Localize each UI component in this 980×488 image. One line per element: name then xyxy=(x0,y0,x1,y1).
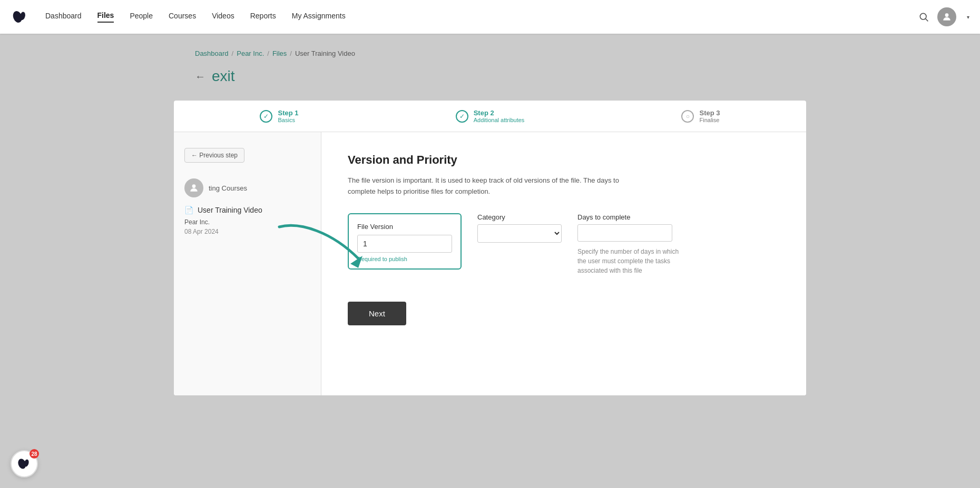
days-to-complete-label: Days to complete xyxy=(577,213,683,221)
step-2-text: Step 2 Additional attributes xyxy=(474,109,525,123)
breadcrumb-sep-2: / xyxy=(267,49,269,57)
breadcrumb-files[interactable]: Files xyxy=(272,49,287,57)
svg-point-5 xyxy=(192,184,196,188)
app-logo[interactable] xyxy=(11,7,30,26)
breadcrumb-sep-1: / xyxy=(232,49,234,57)
file-document-icon: 📄 xyxy=(184,206,193,214)
step-3-text: Step 3 Finalise xyxy=(699,109,720,123)
step-1: ✓ Step 1 Basics xyxy=(174,109,385,123)
nav-videos[interactable]: Videos xyxy=(212,12,234,22)
exit-header: ← exit xyxy=(174,68,806,85)
step-1-text: Step 1 Basics xyxy=(278,109,298,123)
badge-count: 28 xyxy=(30,449,39,459)
svg-point-4 xyxy=(945,13,949,17)
breadcrumb-dashboard[interactable]: Dashboard xyxy=(195,49,229,57)
nav-my-assignments[interactable]: My Assignments xyxy=(292,12,346,22)
nav-courses[interactable]: Courses xyxy=(169,12,196,22)
sidebar-filename: User Training Video xyxy=(198,206,262,214)
step-3-label: Step 3 xyxy=(699,109,720,117)
category-field: Category Option 1 Option 2 xyxy=(477,213,562,243)
navbar: Dashboard Files People Courses Videos Re… xyxy=(0,0,980,34)
step-1-sublabel: Basics xyxy=(278,117,298,123)
breadcrumb-current: User Training Video xyxy=(295,49,355,57)
sidebar-avatar xyxy=(184,178,203,197)
sidebar-user: ting Courses xyxy=(184,178,310,197)
days-to-complete-hint: Specify the number of days in which the … xyxy=(577,247,683,275)
sidebar-org: Pear Inc. xyxy=(184,218,310,226)
content-area: ← Previous step ting Courses 📄 User Trai… xyxy=(174,132,806,395)
category-select[interactable]: Option 1 Option 2 xyxy=(477,224,562,243)
section-title: Version and Priority xyxy=(348,153,780,167)
step-3: ○ Step 3 Finalise xyxy=(595,109,806,123)
avatar[interactable] xyxy=(937,7,956,26)
previous-step-button[interactable]: ← Previous step xyxy=(184,148,244,163)
file-version-label: File Version xyxy=(357,223,452,231)
breadcrumb-pear-inc[interactable]: Pear Inc. xyxy=(237,49,264,57)
exit-title: exit xyxy=(212,68,235,85)
step-2-label: Step 2 xyxy=(474,109,525,117)
sidebar-user-name: ting Courses xyxy=(209,184,247,192)
nav-files[interactable]: Files xyxy=(97,11,114,23)
category-label: Category xyxy=(477,213,562,221)
file-version-field-highlighted: File Version Required to publish xyxy=(348,213,462,270)
step-1-label: Step 1 xyxy=(278,109,298,117)
breadcrumb: Dashboard / Pear Inc. / Files / User Tra… xyxy=(174,49,806,57)
required-label: Required to publish xyxy=(357,256,452,262)
nav-reports[interactable]: Reports xyxy=(250,12,276,22)
navbar-right: ▾ xyxy=(918,7,969,26)
step-2-icon: ✓ xyxy=(456,110,468,123)
step-3-sublabel: Finalise xyxy=(699,117,720,123)
svg-point-2 xyxy=(920,13,926,19)
right-content: Version and Priority The file version is… xyxy=(321,132,806,395)
file-version-input[interactable] xyxy=(357,235,452,253)
back-arrow-icon[interactable]: ← xyxy=(195,71,205,83)
breadcrumb-sep-3: / xyxy=(290,49,292,57)
next-button-container: Next xyxy=(348,291,780,325)
step-2-sublabel: Additional attributes xyxy=(474,117,525,123)
next-button[interactable]: Next xyxy=(348,302,406,325)
notification-badge[interactable]: 28 xyxy=(11,450,38,477)
svg-line-3 xyxy=(926,19,928,22)
sidebar-file: 📄 User Training Video xyxy=(184,206,310,214)
sidebar-date: 08 Apr 2024 xyxy=(184,228,310,235)
steps-bar: ✓ Step 1 Basics ✓ Step 2 Additional attr… xyxy=(174,101,806,132)
step-3-icon: ○ xyxy=(681,110,694,123)
days-to-complete-field: Days to complete Specify the number of d… xyxy=(577,213,683,275)
avatar-dropdown-icon[interactable]: ▾ xyxy=(967,14,969,20)
nav-links: Dashboard Files People Courses Videos Re… xyxy=(45,11,918,23)
step-2: ✓ Step 2 Additional attributes xyxy=(385,109,595,123)
steps-container: ✓ Step 1 Basics ✓ Step 2 Additional attr… xyxy=(174,101,806,395)
search-icon[interactable] xyxy=(918,12,929,22)
nav-people[interactable]: People xyxy=(130,12,153,22)
main-content: Dashboard / Pear Inc. / Files / User Tra… xyxy=(174,34,806,411)
days-to-complete-input[interactable] xyxy=(577,224,672,242)
nav-dashboard[interactable]: Dashboard xyxy=(45,12,82,22)
fields-row: File Version Required to publish Categor… xyxy=(348,213,780,275)
left-sidebar: ← Previous step ting Courses 📄 User Trai… xyxy=(174,132,321,395)
section-description: The file version is important. It is use… xyxy=(348,175,622,197)
step-1-icon: ✓ xyxy=(260,110,272,123)
